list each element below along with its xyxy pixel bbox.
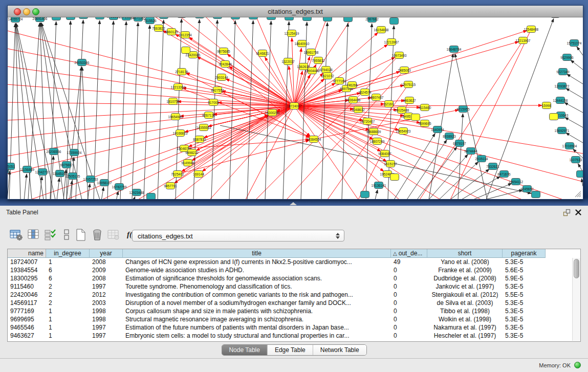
tab-network-table[interactable]: Network Table: [313, 345, 366, 355]
graph-node[interactable]: [182, 47, 190, 54]
graph-node[interactable]: [361, 191, 369, 198]
table-row[interactable]: 1872400712008Changes of HCN gene express…: [8, 258, 572, 266]
table-row[interactable]: 1938455462009Genome-wide association stu…: [8, 266, 572, 274]
float-panel-icon[interactable]: [563, 209, 571, 216]
delete-table-icon[interactable]: [90, 228, 104, 243]
graph-node[interactable]: [285, 17, 294, 20]
column-header-short[interactable]: short: [427, 249, 503, 258]
graph-node[interactable]: [390, 174, 399, 181]
table-row[interactable]: 946554611997Estimation of the future num…: [8, 323, 572, 332]
column-header-name[interactable]: name: [8, 249, 46, 258]
vertical-scrollbar[interactable]: [572, 258, 580, 341]
table-row[interactable]: 946362711997Embryonic stem cells: a mode…: [8, 332, 572, 340]
table-row[interactable]: 1456911722003Disruption of a novel membe…: [8, 299, 572, 307]
column-header-pagerank[interactable]: pagerank: [503, 249, 546, 258]
graph-node[interactable]: [231, 17, 240, 19]
graph-edge: [294, 71, 302, 106]
graph-edge: [566, 89, 583, 98]
table-select-dropdown[interactable]: citations_edges.txt: [132, 230, 344, 242]
graph-edge: [566, 133, 583, 143]
table-cell: 9115460: [8, 282, 46, 291]
graph-node[interactable]: [195, 17, 204, 18]
graph-node[interactable]: [323, 17, 332, 21]
table-type-tabs: Node TableEdge TableNetwork Table: [221, 344, 366, 356]
graph-node-label: 18300295: [265, 111, 280, 115]
table-select-value: citations_edges.txt: [138, 232, 193, 240]
graph-node[interactable]: [67, 17, 75, 20]
graph-node[interactable]: [79, 17, 88, 19]
column-header-in_degree[interactable]: in_degree: [46, 249, 90, 258]
graph-node[interactable]: [411, 114, 420, 121]
graph-node-label: 9329966: [560, 56, 574, 59]
graph-node[interactable]: [96, 17, 104, 19]
graph-node-label: 9860125: [165, 30, 178, 34]
graph-node[interactable]: [532, 191, 540, 198]
scrollbar-thumb[interactable]: [574, 259, 579, 278]
column-header-title[interactable]: title: [123, 249, 391, 258]
network-window-titlebar[interactable]: citations_edges.txt: [8, 6, 583, 17]
graph-node-label: 1615157: [384, 162, 397, 166]
graph-node-label: 8215955: [456, 107, 470, 111]
network-canvas[interactable]: 1405572420691406106532871527600794661601…: [8, 17, 583, 199]
graph-edge: [132, 23, 138, 199]
graph-node[interactable]: [178, 17, 186, 18]
tab-edge-table[interactable]: Edge Table: [267, 345, 313, 355]
graph-node[interactable]: [344, 17, 353, 22]
graph-node-label: 8912354: [179, 33, 192, 37]
import-table-icon[interactable]: [106, 228, 121, 243]
tab-node-table[interactable]: Node Table: [222, 345, 267, 355]
table-cell: 2003: [90, 299, 123, 307]
window-resize-grip[interactable]: [573, 189, 581, 198]
table-row[interactable]: 911546021997Tourette syndrome. Phenomeno…: [8, 282, 572, 291]
row-select-icon[interactable]: [43, 228, 58, 243]
attribute-table: namein_degreeyeartitle△out_de...shortpag…: [7, 249, 581, 342]
graph-edge: [229, 67, 294, 106]
table-cell: 0: [391, 266, 427, 274]
graph-node[interactable]: [303, 17, 312, 21]
table-row[interactable]: 2242004622012Investigating the contribut…: [8, 291, 572, 299]
graph-node[interactable]: [267, 17, 276, 20]
graph-node-label: 11548408: [524, 28, 539, 31]
column-visibility-icon[interactable]: [27, 228, 41, 243]
citation-graph[interactable]: 1405572420691406106532871527600794661601…: [8, 17, 583, 199]
table-row[interactable]: 969969511998Structural magnetic resonanc…: [8, 315, 572, 323]
graph-node[interactable]: [160, 17, 168, 19]
graph-edge: [120, 21, 126, 199]
graph-node[interactable]: [390, 18, 399, 25]
graph-node[interactable]: [249, 17, 258, 19]
graph-node[interactable]: [551, 17, 560, 18]
graph-node[interactable]: [577, 171, 583, 178]
table-row[interactable]: 977716911998Corpus callosum shape and si…: [8, 307, 572, 315]
table-cell: Hescheler et al. (1997): [427, 332, 503, 340]
table-row[interactable]: 1830029562008Estimation of significance …: [8, 274, 572, 282]
graph-node[interactable]: [213, 17, 222, 19]
graph-node[interactable]: [550, 114, 558, 120]
rows-icon[interactable]: [59, 228, 74, 243]
network-view-window[interactable]: citations_edges.txt 14055724206914061065…: [7, 5, 583, 200]
graph-node[interactable]: [147, 193, 156, 200]
status-bar: Memory: OK: [0, 358, 588, 372]
graph-node[interactable]: [52, 17, 61, 20]
table-cell: 2: [46, 282, 90, 291]
new-table-icon[interactable]: [74, 228, 88, 243]
table-cell: 18724007: [8, 258, 46, 266]
graph-edge: [94, 20, 100, 199]
table-cell: 5.6E-5: [503, 266, 546, 274]
graph-node-label: 9242848: [219, 62, 232, 66]
close-panel-icon[interactable]: [575, 209, 582, 216]
graph-node-label: 15998: [542, 104, 551, 107]
graph-edge: [107, 21, 114, 199]
table-cell: 5.5E-5: [503, 291, 546, 299]
column-header-out_de[interactable]: △out_de...: [391, 249, 427, 258]
graph-edge: [294, 106, 358, 199]
graph-node-label: 8471676: [497, 172, 511, 176]
graph-edge: [8, 31, 294, 106]
column-header-year[interactable]: year: [90, 249, 123, 258]
graph-edge: [8, 106, 294, 120]
table-settings-icon[interactable]: [9, 228, 24, 243]
graph-node-label: 12213907: [516, 39, 531, 42]
graph-node-label: 19654923: [396, 129, 411, 133]
splitter-handle[interactable]: [290, 202, 297, 205]
table-cell: Genome-wide association studies in ADHD.: [123, 266, 391, 274]
graph-node-label: 19166823: [173, 132, 188, 135]
